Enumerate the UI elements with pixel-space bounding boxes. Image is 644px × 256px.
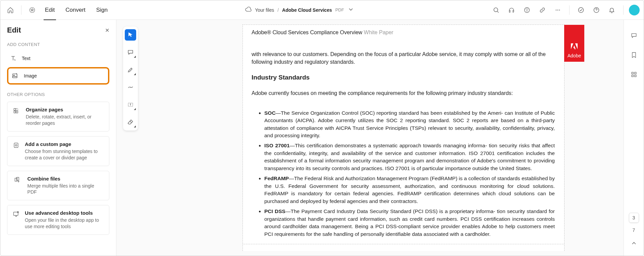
bookmark-panel-icon[interactable] (628, 49, 640, 61)
link-icon[interactable] (536, 4, 548, 16)
tab-sign[interactable]: Sign (95, 1, 109, 19)
desktop-icon (13, 210, 19, 230)
document-canvas[interactable]: Adobe Adobe® Cloud Services Compliance O… (183, 20, 624, 256)
toolstrip (116, 20, 183, 256)
file-extension: PDF (335, 7, 344, 12)
add-content-label: ADD CONTENT (7, 42, 109, 47)
page-indicator: 3 7 (628, 213, 640, 249)
comments-panel-icon[interactable] (628, 30, 640, 41)
svg-rect-14 (14, 143, 18, 147)
separator (623, 5, 624, 15)
search-icon[interactable] (490, 4, 502, 16)
option-organize-title: Organize pages (26, 107, 104, 112)
svg-point-4 (557, 9, 558, 10)
highlight-tool[interactable] (125, 64, 136, 75)
bullet-term: ISO 27001 (264, 143, 290, 148)
option-organize-desc: Delete, rotate, extract, insert, or reor… (26, 114, 92, 126)
right-rail: 3 7 (624, 20, 644, 256)
option-combine-title: Combine files (28, 176, 104, 182)
draw-tool[interactable] (125, 82, 136, 93)
thumbnails-panel-icon[interactable] (628, 69, 640, 80)
tab-convert[interactable]: Convert (64, 1, 87, 19)
bullet-text: —The Federal Risk and Authorization Mana… (264, 175, 555, 204)
doc-header-title: Adobe® Cloud Services Compliance Overvie… (252, 30, 364, 35)
svg-rect-11 (14, 111, 16, 113)
bell-icon[interactable] (606, 4, 618, 16)
erase-tool[interactable] (125, 116, 136, 128)
doc-section-para: Adobe currently focuses on meeting the c… (252, 89, 555, 97)
svg-rect-10 (14, 108, 16, 110)
topbar: Edit Convert Sign Your files / Adobe Clo… (0, 0, 644, 20)
document-page: Adobe Adobe® Cloud Services Compliance O… (243, 24, 565, 251)
svg-rect-22 (632, 75, 633, 77)
scroll-top-icon[interactable] (628, 238, 640, 249)
topbar-left: Edit Convert Sign (4, 1, 109, 19)
add-text-label: Text (22, 56, 31, 61)
assistant-icon[interactable] (521, 4, 533, 16)
svg-point-6 (579, 7, 584, 12)
doc-bullet: SOC—The Service Organization Control (SO… (264, 109, 555, 140)
avatar[interactable] (629, 5, 640, 15)
edit-panel-header: Edit ✕ (7, 26, 109, 35)
option-custom-page[interactable]: Add a custom page Choose from stunning t… (7, 136, 109, 166)
cloud-icon (245, 6, 252, 14)
other-options-label: OTHER OPTIONS (7, 92, 109, 97)
doc-intro: with relevance to our customers. Dependi… (252, 50, 555, 66)
svg-point-2 (525, 7, 530, 12)
breadcrumb-root[interactable]: Your files (255, 7, 274, 13)
option-custompage-title: Add a custom page (25, 141, 104, 147)
adobe-badge: Adobe (564, 25, 584, 62)
bullet-text: —This certification demonstrates a syste… (264, 143, 555, 171)
edit-panel-title: Edit (7, 26, 21, 35)
doc-header: Adobe® Cloud Services Compliance Overvie… (252, 30, 555, 36)
add-image-label: Image (24, 73, 37, 79)
doc-section-heading: Industry Standards (252, 74, 555, 81)
topbar-right (490, 4, 640, 16)
help-icon[interactable] (590, 4, 602, 16)
close-icon[interactable]: ✕ (105, 27, 109, 34)
breadcrumb-separator: / (277, 7, 279, 13)
separator (21, 5, 21, 15)
svg-point-1 (494, 8, 498, 12)
tab-edit[interactable]: Edit (44, 1, 56, 19)
edit-panel: Edit ✕ ADD CONTENT Text Image OTHER OPTI… (0, 20, 116, 256)
doc-header-tag: White Paper (364, 30, 393, 35)
custompage-icon (13, 141, 19, 161)
page-current[interactable]: 3 (629, 213, 639, 223)
breadcrumb-current: Adobe Cloud Services (282, 7, 332, 13)
option-desktop-tools[interactable]: Use advanced desktop tools Open your fil… (7, 205, 109, 235)
svg-point-15 (15, 144, 17, 146)
separator (569, 5, 570, 15)
svg-rect-8 (13, 74, 17, 78)
option-combine-desc: Merge multiple files into a single PDF (28, 183, 94, 195)
svg-rect-12 (16, 108, 18, 110)
organize-icon (13, 107, 20, 126)
breadcrumb: Your files / Adobe Cloud Services PDF (109, 6, 490, 14)
home-icon[interactable] (4, 4, 16, 16)
option-combine-files[interactable]: Combine files Merge multiple files into … (7, 171, 109, 201)
bullet-text: —The Service Organization Control (SOC) … (264, 110, 555, 138)
option-organize-pages[interactable]: Organize pages Delete, rotate, extract, … (7, 102, 109, 132)
add-image[interactable]: Image (7, 67, 109, 85)
svg-point-5 (559, 9, 560, 10)
doc-bullet: ISO 27001—This certification demonstrate… (264, 142, 555, 172)
doc-bullet: FedRAMP—The Federal Risk and Authorizati… (264, 175, 555, 205)
check-circle-icon[interactable] (575, 4, 587, 16)
comment-tool[interactable] (125, 47, 136, 58)
select-tool[interactable] (125, 29, 136, 41)
adobe-badge-label: Adobe (568, 53, 581, 58)
svg-rect-23 (634, 75, 636, 77)
option-desktop-desc: Open your file in the desktop app to use… (25, 217, 99, 229)
bullet-term: FedRAMP (264, 175, 289, 181)
chevron-down-icon[interactable] (347, 6, 354, 14)
more-icon[interactable] (552, 4, 564, 16)
svg-point-3 (556, 9, 557, 10)
bullet-text: —The Payment Card Industry Data Security… (264, 208, 555, 237)
textbox-tool[interactable] (125, 99, 136, 110)
doc-bullet: PCI DSS—The Payment Card Industry Data S… (264, 208, 555, 238)
bullet-term: PCI DSS (264, 208, 285, 214)
star-selector-icon[interactable] (26, 4, 38, 16)
headphones-icon[interactable] (505, 4, 518, 16)
svg-rect-20 (632, 72, 633, 74)
add-text[interactable]: Text (7, 52, 109, 65)
